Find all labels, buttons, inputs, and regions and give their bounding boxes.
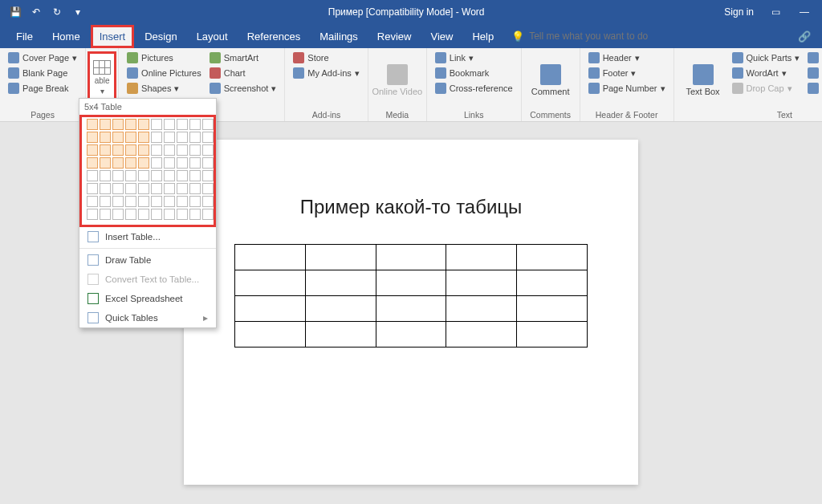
grid-cell[interactable] [189,170,201,181]
table-cell[interactable] [376,322,446,348]
grid-cell[interactable] [112,119,124,130]
grid-cell[interactable] [189,119,201,130]
table-cell[interactable] [376,296,446,322]
page[interactable]: Пример какой-то табицы [184,140,638,485]
shapes-button[interactable]: Shapes ▾ [125,82,203,95]
signature-line-button[interactable]: Signature Line ▾ [806,51,822,64]
tab-help[interactable]: Help [464,26,502,47]
my-addins-button[interactable]: My Add-ins ▾ [291,67,360,79]
tab-layout[interactable]: Layout [189,26,236,47]
cover-page-button[interactable]: Cover Page ▾ [6,51,79,64]
quick-parts-button[interactable]: Quick Parts ▾ [730,51,802,64]
grid-cell[interactable] [151,183,162,194]
link-button[interactable]: Link ▾ [433,51,515,64]
document-table[interactable] [234,244,588,348]
grid-cell[interactable] [138,119,149,130]
grid-cell[interactable] [151,170,162,181]
page-number-button[interactable]: Page Number ▾ [587,82,667,95]
grid-cell[interactable] [164,119,175,130]
grid-cell[interactable] [189,209,201,220]
grid-cell[interactable] [189,157,201,169]
grid-cell[interactable] [112,170,124,181]
date-time-button[interactable]: Date & Time [806,67,822,79]
grid-cell[interactable] [87,183,98,194]
grid-cell[interactable] [151,144,162,156]
chart-button[interactable]: Chart [208,67,279,79]
grid-cell[interactable] [177,144,188,156]
page-break-button[interactable]: Page Break [6,82,79,95]
qat-customize-icon[interactable]: ▾ [69,3,87,21]
text-box-button[interactable]: Text Box [681,51,726,108]
grid-cell[interactable] [164,209,175,220]
table-cell[interactable] [446,245,517,270]
table-cell[interactable] [305,322,376,348]
grid-cell[interactable] [138,183,149,194]
share-button[interactable]: 🔗 [787,26,822,47]
bookmark-button[interactable]: Bookmark [433,67,515,79]
table-cell[interactable] [446,270,517,296]
table-cell[interactable] [235,245,306,270]
draw-table-menu[interactable]: Draw Table [79,250,216,270]
grid-cell[interactable] [112,132,124,143]
grid-cell[interactable] [177,132,188,143]
grid-cell[interactable] [164,170,175,181]
grid-cell[interactable] [138,209,149,220]
grid-cell[interactable] [87,132,98,143]
screenshot-button[interactable]: Screenshot ▾ [208,82,279,95]
table-cell[interactable] [376,245,446,270]
grid-cell[interactable] [100,196,111,207]
pictures-button[interactable]: Pictures [125,51,203,64]
grid-cell[interactable] [100,119,111,130]
grid-cell[interactable] [112,183,124,194]
grid-cell[interactable] [87,170,98,181]
tab-mailings[interactable]: Mailings [311,26,366,47]
online-pictures-button[interactable]: Online Pictures [125,67,203,79]
ribbon-options-icon[interactable]: ▭ [767,6,785,18]
grid-cell[interactable] [112,144,124,156]
tab-home[interactable]: Home [44,26,88,47]
grid-cell[interactable] [125,209,136,220]
grid-cell[interactable] [177,209,188,220]
grid-cell[interactable] [87,196,98,207]
table-cell[interactable] [446,296,517,322]
grid-cell[interactable] [189,132,201,143]
grid-cell[interactable] [202,157,214,169]
undo-icon[interactable]: ↶ [27,3,45,21]
grid-cell[interactable] [151,132,162,143]
grid-cell[interactable] [177,183,188,194]
grid-cell[interactable] [138,170,149,181]
comment-button[interactable]: Comment [528,51,573,108]
table-cell[interactable] [517,245,588,270]
object-button[interactable]: Object ▾ [806,82,822,95]
grid-cell[interactable] [125,132,136,143]
grid-cell[interactable] [189,196,201,207]
grid-cell[interactable] [138,196,149,207]
grid-cell[interactable] [87,157,98,169]
grid-cell[interactable] [189,183,201,194]
grid-cell[interactable] [138,144,149,156]
header-button[interactable]: Header ▾ [587,51,667,64]
table-cell[interactable] [305,245,376,270]
quick-tables-menu[interactable]: Quick Tables▸ [79,308,216,327]
grid-cell[interactable] [125,144,136,156]
footer-button[interactable]: Footer ▾ [587,67,667,79]
grid-cell[interactable] [125,196,136,207]
grid-cell[interactable] [164,132,175,143]
tab-file[interactable]: File [8,26,41,47]
table-cell[interactable] [305,296,376,322]
redo-icon[interactable]: ↻ [48,3,66,21]
grid-cell[interactable] [100,209,111,220]
blank-page-button[interactable]: Blank Page [6,67,79,79]
grid-cell[interactable] [177,119,188,130]
tab-review[interactable]: Review [369,26,420,47]
signin-link[interactable]: Sign in [719,6,759,18]
tab-references[interactable]: References [239,26,308,47]
document-heading[interactable]: Пример какой-то табицы [219,196,603,218]
grid-cell[interactable] [202,132,214,143]
grid-cell[interactable] [189,144,201,156]
grid-cell[interactable] [202,209,214,220]
insert-table-menu[interactable]: Insert Table... [79,227,216,246]
table-cell[interactable] [235,296,306,322]
grid-cell[interactable] [151,196,162,207]
grid-cell[interactable] [125,157,136,169]
